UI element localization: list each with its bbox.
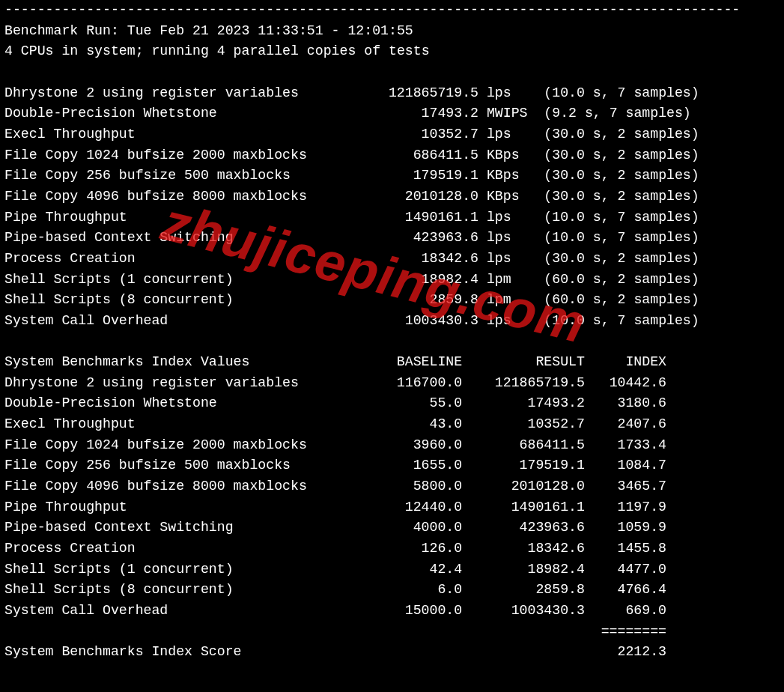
index-result: 17493.2 (462, 393, 585, 414)
index-result: 1003430.3 (462, 601, 585, 622)
index-name: Shell Scripts (1 concurrent) (4, 559, 347, 580)
terminal-output: ----------------------------------------… (0, 0, 784, 692)
index-result: 2859.8 (462, 580, 585, 601)
index-block: Dhrystone 2 using register variables1167… (4, 373, 780, 622)
result-row: Execl Throughput10352.7lps(30.0 s, 2 sam… (4, 124, 780, 145)
result-row: Pipe Throughput1490161.1lps(10.0 s, 7 sa… (4, 207, 780, 228)
index-name: File Copy 256 bufsize 500 maxblocks (4, 455, 347, 476)
index-result: 423963.6 (462, 518, 585, 538)
index-result: 18342.6 (462, 538, 585, 559)
result-unit: MWIPS (478, 103, 527, 124)
result-samples: (9.2 s, 7 samples) (544, 103, 773, 124)
index-rule: ======== (585, 622, 666, 643)
index-row: File Copy 1024 bufsize 2000 maxblocks396… (4, 435, 780, 456)
result-value: 17493.2 (347, 103, 478, 124)
index-baseline: 1655.0 (347, 455, 462, 476)
index-name: Execl Throughput (4, 414, 347, 435)
result-gap (528, 270, 544, 291)
index-baseline: 3960.0 (347, 435, 462, 456)
result-name: Process Creation (4, 249, 347, 270)
result-name: Pipe Throughput (4, 207, 347, 228)
result-row: Shell Scripts (8 concurrent)2859.8lpm(60… (4, 290, 780, 311)
result-gap (528, 249, 544, 270)
result-value: 1003430.3 (347, 311, 478, 332)
index-row: Double-Precision Whetstone55.017493.2318… (4, 393, 780, 414)
result-gap (528, 186, 544, 207)
result-gap (528, 290, 544, 311)
result-gap (528, 83, 544, 104)
index-baseline: 55.0 (347, 393, 462, 414)
result-name: System Call Overhead (4, 311, 347, 332)
result-gap (528, 103, 544, 124)
index-header-row: System Benchmarks Index Values BASELINE … (4, 352, 780, 373)
index-row: Shell Scripts (8 concurrent)6.02859.8476… (4, 580, 780, 601)
index-name: System Call Overhead (4, 601, 347, 622)
index-index: 1197.9 (585, 497, 666, 518)
results-block: Dhrystone 2 using register variables1218… (4, 83, 780, 332)
result-name: File Copy 1024 bufsize 2000 maxblocks (4, 145, 347, 166)
index-baseline: 116700.0 (347, 373, 462, 394)
index-index: 1733.4 (585, 435, 666, 456)
result-row: File Copy 4096 bufsize 8000 maxblocks201… (4, 186, 780, 207)
result-row: File Copy 1024 bufsize 2000 maxblocks686… (4, 145, 780, 166)
index-result: 121865719.5 (462, 373, 585, 394)
index-result: 1490161.1 (462, 497, 585, 518)
index-name: Pipe-based Context Switching (4, 518, 347, 538)
index-index: 1059.9 (585, 518, 666, 538)
index-result: 179519.1 (462, 455, 585, 476)
score-row: System Benchmarks Index Score 2212.3 (4, 642, 780, 663)
result-value: 121865719.5 (347, 83, 478, 104)
result-gap (528, 145, 544, 166)
index-result: 686411.5 (462, 435, 585, 456)
result-value: 1490161.1 (347, 207, 478, 228)
result-name: Shell Scripts (1 concurrent) (4, 270, 347, 291)
blank-line (4, 62, 780, 83)
result-samples: (60.0 s, 2 samples) (544, 290, 773, 311)
index-row: File Copy 256 bufsize 500 maxblocks1655.… (4, 455, 780, 476)
index-row: Process Creation126.018342.61455.8 (4, 538, 780, 559)
index-index: 1084.7 (585, 455, 666, 476)
index-header-index: INDEX (585, 352, 666, 373)
index-row: Pipe-based Context Switching4000.0423963… (4, 518, 780, 538)
index-header-result: RESULT (462, 352, 585, 373)
result-samples: (30.0 s, 2 samples) (544, 186, 773, 207)
result-value: 18342.6 (347, 249, 478, 270)
index-name: Shell Scripts (8 concurrent) (4, 580, 347, 601)
index-index: 1455.8 (585, 538, 666, 559)
result-row: Pipe-based Context Switching423963.6lps(… (4, 228, 780, 249)
index-row: Dhrystone 2 using register variables1167… (4, 373, 780, 394)
index-baseline: 42.4 (347, 559, 462, 580)
result-row: System Call Overhead1003430.3lps(10.0 s,… (4, 311, 780, 332)
result-samples: (10.0 s, 7 samples) (544, 311, 773, 332)
result-gap (528, 207, 544, 228)
result-gap (528, 228, 544, 249)
result-samples: (30.0 s, 2 samples) (544, 145, 773, 166)
result-unit: lpm (478, 290, 527, 311)
result-samples: (30.0 s, 2 samples) (544, 124, 773, 145)
result-name: File Copy 256 bufsize 500 maxblocks (4, 166, 347, 186)
result-value: 2010128.0 (347, 186, 478, 207)
index-baseline: 43.0 (347, 414, 462, 435)
index-baseline: 15000.0 (347, 601, 462, 622)
result-unit: lps (478, 311, 527, 332)
index-result: 10352.7 (462, 414, 585, 435)
result-gap (528, 311, 544, 332)
benchmark-run-line: Benchmark Run: Tue Feb 21 2023 11:33:51 … (4, 21, 780, 42)
result-name: Execl Throughput (4, 124, 347, 145)
index-index: 4766.4 (585, 580, 666, 601)
result-samples: (10.0 s, 7 samples) (544, 83, 773, 104)
index-index: 3180.6 (585, 393, 666, 414)
index-row: Shell Scripts (1 concurrent)42.418982.44… (4, 559, 780, 580)
index-header-title: System Benchmarks Index Values (4, 352, 347, 373)
result-unit: lps (478, 124, 527, 145)
result-value: 10352.7 (347, 124, 478, 145)
index-index: 4477.0 (585, 559, 666, 580)
index-header-baseline: BASELINE (347, 352, 462, 373)
result-value: 686411.5 (347, 145, 478, 166)
index-result: 18982.4 (462, 559, 585, 580)
result-name: Double-Precision Whetstone (4, 103, 347, 124)
result-unit: lps (478, 249, 527, 270)
result-name: Pipe-based Context Switching (4, 228, 347, 249)
index-baseline: 126.0 (347, 538, 462, 559)
result-row: Process Creation18342.6lps(30.0 s, 2 sam… (4, 249, 780, 270)
